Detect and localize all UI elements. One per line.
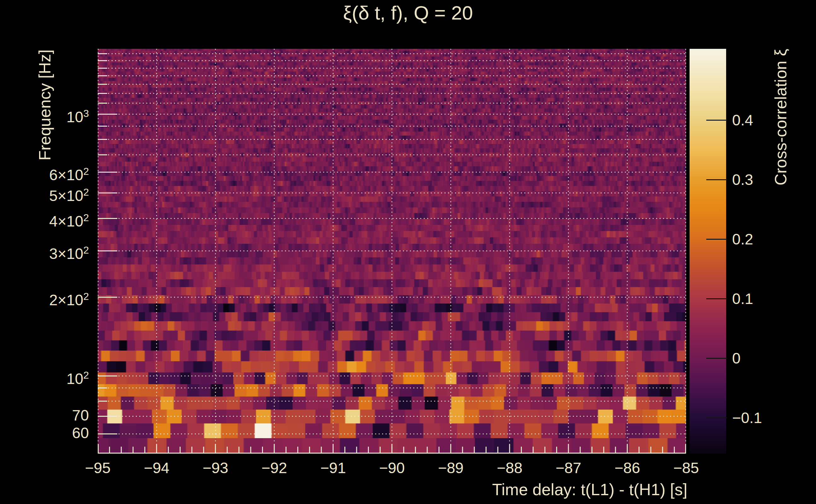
x-tick-label: −89	[426, 459, 476, 477]
qscan-figure: ξ(δ t, f), Q = 20 Frequency [Hz] Cross-c…	[0, 0, 816, 504]
colorbar-tick-mark	[706, 358, 727, 359]
x-tick-label: −92	[249, 459, 300, 477]
colorbar-tick-label: −0.1	[732, 409, 762, 427]
colorbar-gradient	[690, 49, 726, 454]
colorbar-tick-label: 0.1	[732, 290, 753, 308]
x-axis-title: Time delay: t(L1) - t(H1) [s]	[492, 480, 687, 499]
heatmap-canvas	[98, 49, 686, 454]
x-tick-label: −90	[367, 459, 417, 477]
plot-title: ξ(δ t, f), Q = 20	[0, 2, 816, 24]
x-tick-label: −95	[72, 459, 123, 477]
colorbar-tick-mark	[706, 298, 727, 299]
x-tick-label: −88	[484, 459, 535, 477]
y-tick-label: 60	[0, 424, 93, 442]
colorbar-tick-mark	[706, 239, 727, 240]
x-tick-label: −94	[131, 459, 182, 477]
colorbar-tick-label: 0.3	[732, 171, 753, 189]
y-tick-label: 102	[0, 366, 93, 388]
y-tick-label: 3×102	[0, 241, 93, 263]
y-tick-label: 6×102	[0, 163, 93, 184]
x-tick-label: −91	[308, 459, 358, 477]
x-tick-label: −87	[543, 459, 594, 477]
colorbar-tick-label: 0.2	[732, 231, 753, 248]
x-tick-label: −86	[602, 459, 652, 477]
y-tick-label: 5×102	[0, 183, 93, 205]
colorbar-tick-label: 0.4	[732, 112, 753, 129]
colorbar-tick-mark	[706, 179, 727, 180]
x-tick-label: −85	[661, 459, 711, 477]
x-tick-label: −93	[190, 459, 241, 477]
y-tick-label: 2×102	[0, 288, 93, 309]
y-tick-label: 103	[0, 105, 93, 126]
y-tick-label: 70	[0, 407, 93, 424]
colorbar-tick-mark	[706, 120, 727, 121]
y-tick-label: 4×102	[0, 209, 93, 230]
colorbar-title: Cross-correlation ξ	[771, 49, 790, 186]
colorbar-tick-mark	[706, 417, 727, 418]
colorbar-tick-label: 0	[732, 350, 741, 367]
